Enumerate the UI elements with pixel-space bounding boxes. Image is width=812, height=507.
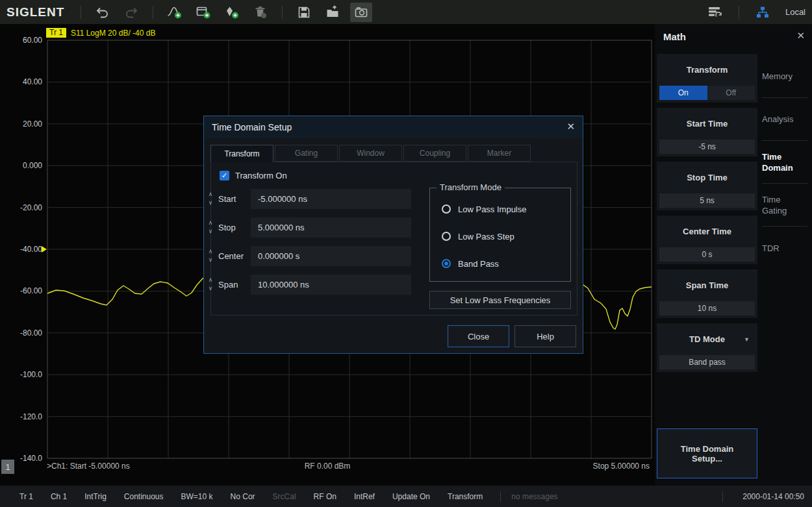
center-spinner[interactable]: ∧∨ [205, 247, 216, 264]
spinner-up-icon[interactable]: ∧ [209, 219, 213, 227]
toolbar-divider [739, 6, 739, 19]
radio-unselected-icon[interactable] [442, 232, 451, 241]
radio-selected-icon[interactable] [442, 259, 451, 268]
close-button[interactable]: Close [448, 325, 509, 347]
toolbar-divider [153, 6, 153, 19]
add-marker-button[interactable] [221, 3, 243, 22]
low-pass-step-label: Low Pass Step [458, 232, 514, 241]
spinner-down-icon[interactable]: ∨ [209, 256, 213, 264]
tab-window[interactable]: Window [339, 145, 402, 162]
center-time-control[interactable]: Center Time 0 s [657, 216, 757, 264]
transform-mode-title: Transform Mode [437, 182, 505, 192]
dialog-close-icon[interactable]: ✕ [566, 121, 575, 132]
transform-on-checkbox-row[interactable]: ✓ Transform On [220, 171, 287, 180]
help-button[interactable]: Help [514, 325, 576, 347]
span-spinner[interactable]: ∧∨ [205, 276, 216, 293]
tab-gating[interactable]: Gating [275, 145, 338, 162]
menu-item-tdr[interactable]: TDR [762, 227, 807, 269]
chevron-down-icon: ▼ [744, 336, 750, 343]
transform-control[interactable]: Transform On Off [657, 54, 757, 103]
save-button[interactable] [293, 3, 315, 22]
tab-coupling[interactable]: Coupling [403, 145, 466, 162]
menu-item-memory[interactable]: Memory [762, 55, 807, 98]
spinner-up-icon[interactable]: ∧ [209, 190, 213, 199]
start-input[interactable]: -5.000000 ns [251, 189, 411, 209]
add-trace-button[interactable] [164, 3, 186, 22]
span-time-control[interactable]: Span Time 10 ns [657, 269, 757, 318]
save-icon [297, 5, 311, 19]
tab-marker[interactable]: Marker [468, 145, 531, 162]
menu-item-analysis[interactable]: Analysis [762, 98, 807, 141]
status-bar: Tr 1 Ch 1 IntTrig Continuous BW=10 k No … [0, 486, 812, 507]
center-input[interactable]: 0.000000 s [251, 246, 411, 266]
recall-button[interactable] [322, 3, 344, 22]
panel-title: Math [663, 31, 686, 42]
spinner-up-icon[interactable]: ∧ [209, 276, 213, 284]
radio-unselected-icon[interactable] [442, 204, 451, 214]
menu-item-time-domain[interactable]: Time Domain [762, 141, 807, 184]
status-divider [500, 491, 501, 502]
tab-transform[interactable]: Transform [210, 145, 273, 162]
add-window-icon [196, 5, 211, 19]
svg-text:-20.00: -20.00 [20, 203, 42, 212]
status-correction: No Cor [231, 492, 255, 501]
svg-text:-100.0: -100.0 [20, 370, 42, 379]
menu-item-time-gating[interactable]: Time Gating [762, 184, 807, 227]
screenshot-button[interactable] [350, 3, 372, 22]
dialog-tabs: Transform Gating Window Coupling Marker [210, 145, 532, 162]
stop-time-value: 5 ns [659, 193, 755, 208]
transform-on-option[interactable]: On [659, 86, 707, 100]
transform-off-option[interactable]: Off [707, 86, 755, 100]
spinner-up-icon[interactable]: ∧ [209, 247, 213, 256]
set-low-pass-frequencies-button[interactable]: Set Low Pass Frequencies [429, 291, 571, 309]
band-pass-label: Band Pass [458, 259, 499, 269]
radio-low-pass-impulse[interactable]: Low Pass Impulse [442, 203, 527, 215]
span-label: Span [218, 275, 249, 295]
spinner-down-icon[interactable]: ∨ [209, 284, 213, 293]
svg-text:20.00: 20.00 [23, 119, 42, 129]
redo-button[interactable] [120, 3, 142, 22]
undo-button[interactable] [92, 3, 114, 22]
start-spinner[interactable]: ∧∨ [205, 190, 216, 207]
svg-text:-80.00: -80.00 [20, 328, 42, 338]
svg-text:-40.00: -40.00 [20, 245, 42, 254]
status-message: no messages [511, 492, 557, 501]
open-folder-icon [325, 5, 340, 19]
status-bandwidth: BW=10 k [181, 492, 213, 501]
system-status-button[interactable] [704, 3, 726, 22]
center-time-value: 0 s [659, 247, 755, 262]
low-pass-impulse-label: Low Pass Impulse [458, 204, 527, 214]
trace-badge[interactable]: Tr 1 [46, 28, 66, 38]
stop-label: Stop [218, 217, 249, 238]
math-side-panel: Math ✕ Transform On Off Start Time -5 ns… [655, 24, 812, 486]
redo-icon [124, 5, 138, 19]
span-time-label: Span Time [657, 269, 757, 301]
td-mode-value: Band pass [659, 355, 755, 369]
spinner-down-icon[interactable]: ∨ [209, 199, 213, 207]
radio-low-pass-step[interactable]: Low Pass Step [442, 230, 514, 242]
svg-text:-120.0: -120.0 [20, 412, 42, 421]
spinner-down-icon[interactable]: ∨ [209, 227, 213, 236]
time-domain-setup-button[interactable]: Time Domain Setup... [657, 428, 757, 478]
dialog-titlebar[interactable]: Time Domain Setup ✕ [204, 116, 583, 138]
local-mode-label: Local [785, 7, 806, 17]
status-srccal: SrcCal [273, 492, 296, 501]
stop-spinner[interactable]: ∧∨ [205, 219, 216, 236]
checkbox-checked-icon[interactable]: ✓ [220, 171, 229, 180]
svg-text:40.00: 40.00 [23, 77, 42, 86]
add-window-button[interactable] [192, 3, 214, 22]
td-mode-control[interactable]: TD Mode ▼ Band pass [657, 323, 757, 372]
network-button[interactable] [752, 3, 774, 22]
svg-text:-60.00: -60.00 [20, 286, 42, 295]
status-rf: RF On [314, 492, 336, 501]
svg-text:60.00: 60.00 [23, 36, 42, 45]
stop-input[interactable]: 5.000000 ns [251, 217, 411, 238]
start-time-label: Start Time [657, 108, 757, 140]
stop-time-control[interactable]: Stop Time 5 ns [657, 162, 757, 210]
span-input[interactable]: 10.000000 ns [251, 275, 411, 295]
start-time-control[interactable]: Start Time -5 ns [657, 108, 757, 156]
radio-band-pass[interactable]: Band Pass [442, 258, 499, 269]
stop-time-label: Stop Time [657, 162, 757, 193]
delete-trace-button[interactable] [249, 3, 272, 22]
panel-close-icon[interactable]: ✕ [796, 30, 805, 42]
